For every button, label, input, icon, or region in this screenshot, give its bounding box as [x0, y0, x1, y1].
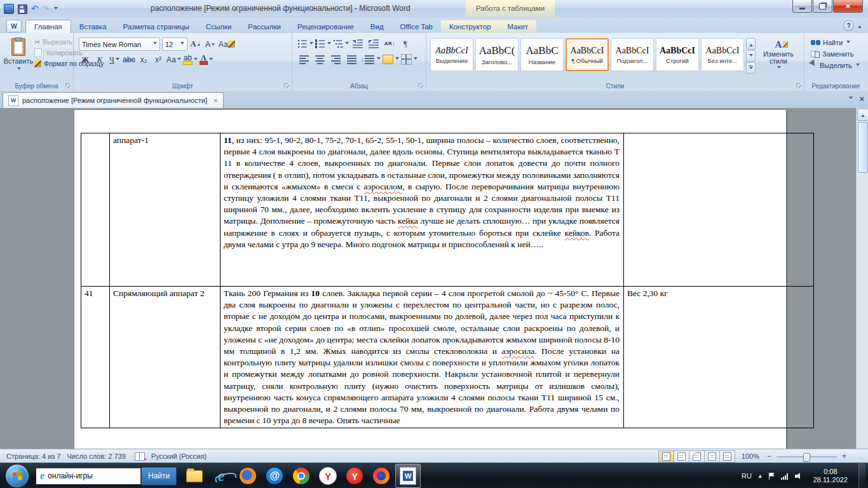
outline-view-button[interactable]: [704, 451, 720, 463]
ribbon-tab-5[interactable]: Рассылки: [240, 20, 289, 33]
sort-button[interactable]: АЯ↓: [383, 37, 397, 50]
line-spacing-button[interactable]: ↕: [361, 53, 381, 65]
clipboard-dialog-launcher-icon[interactable]: [65, 83, 71, 89]
browser-taskbar-button[interactable]: [235, 464, 261, 488]
ribbon-tab-2[interactable]: Вставка: [71, 20, 115, 33]
help-icon[interactable]: ?: [843, 20, 854, 31]
select-button[interactable]: Выделить: [811, 62, 867, 69]
language-indicator[interactable]: Русский (Россия): [151, 452, 207, 460]
redo-icon[interactable]: ↷: [42, 4, 49, 13]
font-color-button[interactable]: А: [200, 53, 213, 66]
firefox-taskbar-button[interactable]: [369, 464, 394, 488]
yandex-taskbar-button[interactable]: Y: [342, 464, 367, 488]
minimize-button[interactable]: [792, 0, 812, 13]
cell-number[interactable]: 41: [81, 287, 110, 428]
change-styles-button[interactable]: А Изменить стили: [759, 39, 797, 71]
highlight-button[interactable]: ab: [183, 53, 198, 66]
style-item[interactable]: AaBbCНазвание: [520, 38, 564, 71]
bold-button[interactable]: Ж: [79, 53, 92, 66]
shading-button[interactable]: [383, 53, 399, 65]
document-page[interactable]: аппарат-111, из них: 95-1, 90-2, 80-1, 7…: [74, 110, 786, 449]
ie-taskbar-button[interactable]: e: [208, 464, 234, 488]
ribbon-tab-8[interactable]: Office Tab: [392, 20, 441, 33]
document-tab-close-icon[interactable]: ×: [214, 97, 217, 104]
cell-note[interactable]: [624, 133, 814, 287]
decrease-indent-button[interactable]: [351, 37, 365, 50]
find-button[interactable]: Найти: [811, 39, 867, 46]
action-center-icon[interactable]: [769, 473, 775, 480]
zoom-level[interactable]: 100%: [742, 452, 759, 460]
align-right-button[interactable]: [329, 53, 343, 65]
borders-button[interactable]: [401, 53, 417, 65]
start-button[interactable]: [5, 464, 29, 488]
tab-bar-close-icon[interactable]: ×: [859, 94, 864, 104]
cell-number[interactable]: [81, 133, 110, 287]
zoom-thumb[interactable]: [803, 453, 810, 462]
scroll-up-icon[interactable]: [857, 109, 868, 121]
search-input[interactable]: e онлайн-игры: [36, 468, 141, 485]
styles-dialog-launcher-icon[interactable]: [796, 83, 802, 89]
collapse-ribbon-icon[interactable]: [858, 24, 862, 28]
volume-icon[interactable]: [795, 473, 803, 480]
cell-name[interactable]: аппарат-1: [110, 133, 220, 287]
paragraph-dialog-launcher-icon[interactable]: [418, 83, 424, 89]
undo-icon[interactable]: ↶: [31, 4, 38, 13]
save-icon[interactable]: [18, 4, 27, 14]
strikethrough-button[interactable]: abc: [123, 53, 135, 66]
underline-button[interactable]: Ч: [108, 53, 121, 66]
chrome-taskbar-button[interactable]: [288, 464, 314, 488]
justify-button[interactable]: [345, 53, 359, 65]
replace-button[interactable]: Заменить: [811, 50, 867, 58]
font-size-select[interactable]: 12: [162, 37, 187, 51]
align-center-button[interactable]: [313, 53, 327, 65]
show-desktop-button[interactable]: [858, 463, 865, 488]
font-dialog-launcher-icon[interactable]: [284, 83, 290, 89]
superscript-button[interactable]: x²: [152, 53, 165, 66]
print-layout-view-button[interactable]: [658, 451, 674, 463]
yandex-browser-taskbar-button[interactable]: Y: [315, 464, 341, 488]
close-button[interactable]: ×: [833, 0, 863, 13]
hidden-icons-button[interactable]: ▲: [757, 473, 763, 479]
network-icon[interactable]: [781, 473, 789, 480]
style-item[interactable]: AaBbC(Заголово...: [475, 38, 519, 71]
grow-font-button[interactable]: А▲: [189, 38, 202, 51]
cell-note[interactable]: Вес 2,30 кг: [624, 287, 814, 428]
mail-taskbar-button[interactable]: @: [262, 464, 287, 488]
font-family-select[interactable]: Times New Roman: [79, 37, 160, 51]
word-taskbar-button[interactable]: W: [395, 464, 421, 488]
subscript-button[interactable]: x₂: [137, 53, 150, 66]
page-indicator[interactable]: Страница: 4 из 7: [6, 452, 61, 460]
shrink-font-button[interactable]: А▼: [204, 38, 217, 51]
multilevel-list-button[interactable]: [333, 37, 349, 50]
change-case-button[interactable]: Аа: [166, 53, 181, 66]
web-layout-view-button[interactable]: [689, 451, 705, 463]
ribbon-tab-6[interactable]: Рецензирование: [289, 20, 362, 33]
gallery-scroll-down-icon[interactable]: [746, 50, 756, 62]
tab-list-dropdown-icon[interactable]: [849, 97, 853, 101]
restore-button[interactable]: [813, 0, 832, 13]
style-item[interactable]: AaBbCcIСтрогий: [656, 38, 699, 71]
increase-indent-button[interactable]: [367, 37, 381, 50]
full-screen-view-button[interactable]: [674, 451, 689, 463]
cell-name[interactable]: Спрямляющий аппарат 2: [110, 287, 220, 428]
style-item[interactable]: AaBbCcIБез инте...: [701, 38, 744, 71]
taskbar-clock[interactable]: 0:08 28.11.2022: [808, 468, 853, 484]
gallery-more-icon[interactable]: [746, 62, 756, 74]
scrollbar-thumb[interactable]: [858, 122, 868, 173]
ribbon-tab-1[interactable]: Главная: [25, 20, 71, 33]
draft-view-button[interactable]: [719, 451, 735, 463]
style-item[interactable]: AaBbCcIПодзагол...: [611, 38, 654, 71]
ribbon-tab-3[interactable]: Разметка страницы: [115, 20, 198, 33]
align-left-button[interactable]: [297, 53, 311, 65]
proofing-status-icon[interactable]: ×: [135, 452, 145, 461]
document-tab[interactable]: W расположение [Режим ограниченной функц…: [3, 92, 224, 108]
zoom-in-icon[interactable]: +: [839, 452, 849, 461]
language-switcher[interactable]: RU: [742, 472, 752, 480]
cell-description[interactable]: 11, из них: 95-1, 90-2, 80-1, 75-2, 70-1…: [220, 133, 624, 287]
style-item[interactable]: AaBbCcIВыделение: [430, 38, 473, 71]
qat-customize-icon[interactable]: [54, 7, 58, 11]
ribbon-tab-9[interactable]: Конструктор: [441, 20, 499, 33]
ribbon-tab-7[interactable]: Вид: [362, 20, 392, 33]
app-icon[interactable]: [4, 4, 14, 14]
word-count[interactable]: Число слов: 2 739: [67, 452, 126, 460]
